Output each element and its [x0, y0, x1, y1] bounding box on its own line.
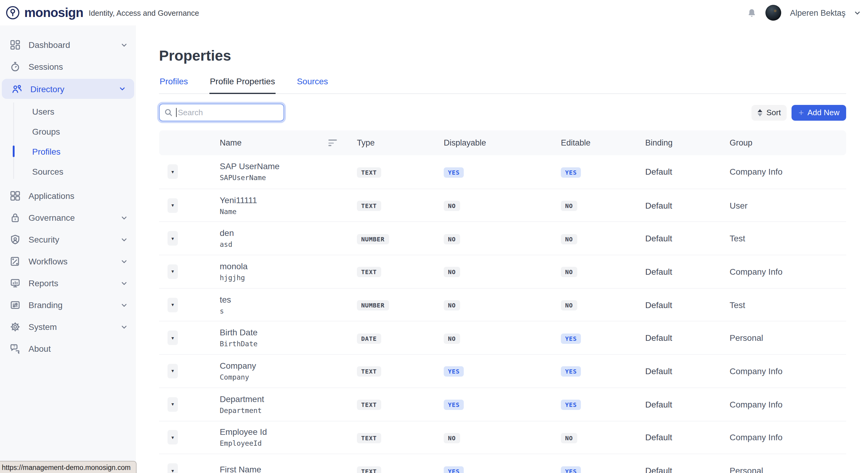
- property-code: s: [220, 307, 357, 315]
- caret-down-icon: ▼: [170, 369, 175, 373]
- property-name: Department: [220, 394, 357, 404]
- table-row[interactable]: ▼ den asd NUMBER NO NO Default Test: [159, 222, 846, 255]
- sidebar-item-profiles[interactable]: Profiles: [0, 141, 136, 161]
- binding-value: Default: [645, 300, 730, 310]
- top-header: monosign Identity, Access and Governance…: [0, 0, 868, 26]
- binding-value: Default: [645, 466, 730, 473]
- column-label: Name: [220, 138, 242, 147]
- sidebar-item-dashboard[interactable]: Dashboard: [0, 34, 136, 56]
- table-row[interactable]: ▼ monola hjgjhg TEXT NO NO Default Compa…: [159, 255, 846, 288]
- main-content: Properties Profiles Profile Properties S…: [136, 26, 868, 473]
- toolbar: Search Sort + Add New: [159, 104, 846, 121]
- displayable-badge: YES: [444, 167, 464, 178]
- table-row[interactable]: ▼ SAP UserName SAPUserName TEXT YES YES …: [159, 155, 846, 188]
- group-value: Company Info: [730, 267, 846, 276]
- column-header-name[interactable]: Name: [220, 138, 357, 147]
- displayable-badge: NO: [444, 300, 460, 310]
- column-header-group: Group: [730, 138, 846, 147]
- brand-logo[interactable]: monosign: [5, 5, 83, 20]
- sidebar-item-reports[interactable]: Reports: [0, 272, 136, 294]
- row-expander-button[interactable]: ▼: [167, 397, 178, 411]
- editable-badge: NO: [561, 234, 577, 244]
- sidebar-item-sources[interactable]: Sources: [0, 161, 136, 181]
- row-expander-button[interactable]: ▼: [167, 298, 178, 312]
- table-row[interactable]: ▼ First Name TEXT YES YES Default Person…: [159, 453, 846, 473]
- column-header-binding: Binding: [645, 138, 730, 147]
- notifications-bell-icon[interactable]: [747, 8, 757, 18]
- type-badge: TEXT: [357, 167, 381, 178]
- user-menu-chevron-down-icon[interactable]: [854, 9, 861, 16]
- sidebar-item-security[interactable]: Security: [0, 229, 136, 250]
- table-row[interactable]: ▼ tes s NUMBER NO NO Default Test: [159, 288, 846, 321]
- about-help-icon: ?: [10, 343, 21, 354]
- stopwatch-icon: [10, 61, 21, 72]
- table-row[interactable]: ▼ Yeni11111 Name TEXT NO NO Default User: [159, 188, 846, 221]
- sidebar-item-groups[interactable]: Groups: [0, 121, 136, 141]
- caret-down-icon: ▼: [170, 236, 175, 240]
- property-name: SAP UserName: [220, 162, 357, 171]
- sidebar-item-sessions[interactable]: Sessions: [0, 56, 136, 78]
- sidebar-item-system[interactable]: System: [0, 316, 136, 338]
- chevron-down-icon: [121, 41, 127, 48]
- dashboard-icon: [10, 39, 21, 50]
- row-expander-button[interactable]: ▼: [167, 231, 178, 246]
- tab-profile-properties[interactable]: Profile Properties: [209, 76, 276, 94]
- editable-badge: NO: [561, 267, 577, 277]
- sub-item-label: Profiles: [32, 146, 60, 156]
- user-avatar[interactable]: [766, 5, 781, 21]
- property-code: Department: [220, 406, 357, 414]
- add-new-button-label: Add New: [808, 108, 840, 117]
- table-row[interactable]: ▼ Employee Id EmployeeId TEXT NO NO Defa…: [159, 420, 846, 453]
- editable-badge: NO: [561, 201, 577, 211]
- property-code: hjgjhg: [220, 273, 357, 282]
- directory-users-icon: [11, 83, 23, 94]
- tab-sources[interactable]: Sources: [296, 76, 329, 93]
- editable-badge: YES: [561, 466, 581, 473]
- sort-button[interactable]: Sort: [751, 105, 787, 121]
- sidebar-item-workflows[interactable]: Workflows: [0, 250, 136, 272]
- sidebar-item-about[interactable]: ? About: [0, 338, 136, 360]
- browser-status-url: https://management-demo.monosign.com: [0, 461, 136, 473]
- row-expander-button[interactable]: ▼: [167, 198, 178, 212]
- chevron-down-icon: [119, 86, 126, 92]
- sidebar-item-users[interactable]: Users: [0, 101, 136, 121]
- property-name: Yeni11111: [220, 195, 357, 205]
- table-row[interactable]: ▼ Department Department TEXT YES YES Def…: [159, 387, 846, 420]
- row-expander-button[interactable]: ▼: [167, 430, 178, 445]
- type-badge: TEXT: [357, 267, 381, 277]
- add-new-button[interactable]: + Add New: [792, 105, 846, 121]
- table-header-row: Name Type Displayable Editable Binding G…: [159, 130, 846, 155]
- displayable-badge: NO: [444, 334, 460, 344]
- caret-down-icon: ▼: [170, 468, 175, 473]
- displayable-badge: YES: [444, 466, 464, 473]
- displayable-badge: NO: [444, 267, 460, 277]
- table-row[interactable]: ▼ Company Company TEXT YES YES Default C…: [159, 354, 846, 387]
- sort-button-label: Sort: [766, 108, 781, 117]
- sidebar-item-governance[interactable]: Governance: [0, 207, 136, 229]
- group-value: Company Info: [730, 366, 846, 376]
- row-expander-button[interactable]: ▼: [167, 264, 178, 279]
- type-badge: TEXT: [357, 201, 381, 211]
- row-expander-button[interactable]: ▼: [167, 463, 178, 473]
- chevron-down-icon: [121, 258, 127, 265]
- chevron-down-icon: [121, 236, 127, 243]
- sidebar-item-branding[interactable]: Branding: [0, 294, 136, 316]
- table-row[interactable]: ▼ Birth Date BirthDate DATE NO YES Defau…: [159, 321, 846, 354]
- type-badge: TEXT: [357, 466, 381, 473]
- group-value: Test: [730, 300, 846, 310]
- column-sort-icon[interactable]: [329, 139, 337, 146]
- page-title: Properties: [159, 47, 846, 64]
- tab-profiles[interactable]: Profiles: [159, 76, 188, 93]
- sidebar-item-directory[interactable]: Directory: [2, 79, 134, 99]
- sidebar-item-label: Branding: [29, 300, 63, 310]
- row-expander-button[interactable]: ▼: [167, 331, 178, 345]
- gear-icon: [10, 322, 21, 332]
- search-input[interactable]: Search: [159, 104, 284, 121]
- sidebar-item-label: About: [29, 344, 51, 353]
- type-badge: NUMBER: [357, 234, 389, 244]
- row-expander-button[interactable]: ▼: [167, 364, 178, 378]
- caret-down-icon: ▼: [170, 336, 175, 340]
- row-expander-button[interactable]: ▼: [167, 165, 178, 179]
- sidebar-item-applications[interactable]: Applications: [0, 185, 136, 207]
- search-placeholder: Search: [178, 108, 203, 117]
